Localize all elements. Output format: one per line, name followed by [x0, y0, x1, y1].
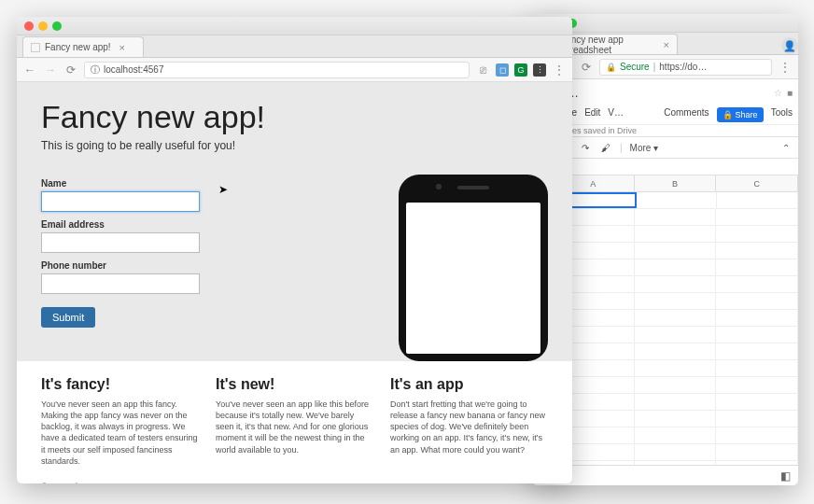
menu-icon[interactable]: ⋮ [552, 63, 567, 77]
lock-icon: 🔒 [606, 63, 616, 72]
redo-icon[interactable]: ↷ [579, 141, 592, 154]
cell[interactable] [635, 377, 717, 393]
chrome-addrbar: ← → ⟳ ⓘ localhost:4567 ⎚ ◻ G ⋮ ⋮ [17, 58, 572, 82]
cell[interactable] [716, 293, 798, 309]
url-text: https://do… [659, 62, 707, 72]
cell[interactable] [716, 444, 798, 460]
cell[interactable] [635, 276, 717, 292]
signup-form: Name Email address Phone number Submit [41, 165, 380, 361]
menu-view[interactable]: V… [608, 107, 624, 122]
menu-edit[interactable]: Edit [584, 107, 600, 122]
cell[interactable] [635, 209, 717, 225]
back-icon[interactable]: ← [22, 63, 37, 77]
feature-body: You've never seen an app like this befor… [216, 399, 373, 455]
page-content: Fancy new app! This is going to be reall… [17, 82, 572, 483]
phone-input[interactable] [41, 273, 200, 294]
cell[interactable] [716, 243, 798, 259]
cell[interactable] [635, 226, 717, 242]
extension-icon[interactable]: ⋮ [533, 63, 546, 77]
tab-title: Fancy new app spreadsheet [560, 35, 655, 55]
cell[interactable] [716, 360, 798, 376]
cell[interactable] [635, 243, 717, 259]
cell[interactable] [716, 377, 798, 393]
cell[interactable] [635, 343, 717, 359]
phone-mockup [399, 175, 548, 361]
page-favicon-icon [31, 43, 40, 52]
forward-icon[interactable]: → [43, 63, 58, 77]
cell[interactable] [716, 209, 798, 225]
browser-tab[interactable]: Fancy new app! × [22, 36, 144, 57]
cell[interactable] [635, 444, 717, 460]
menu-tools[interactable]: Tools [771, 107, 793, 122]
doc-name[interactable]: F… [559, 86, 769, 100]
menu-icon[interactable]: ⋮ [778, 60, 793, 75]
chrome-window: Fancy new app! × ← → ⟳ ⓘ localhost:4567 … [17, 17, 572, 483]
cell[interactable] [635, 360, 717, 376]
submit-button[interactable]: Submit [41, 307, 95, 328]
comments-button[interactable]: Comments [664, 107, 709, 122]
name-label: Name [41, 178, 380, 189]
feature-title: It's an app [390, 376, 548, 393]
cell[interactable] [716, 343, 798, 359]
cell[interactable] [635, 411, 717, 427]
toolbar-more[interactable]: More ▾ [630, 143, 659, 153]
cell[interactable] [635, 427, 717, 443]
close-tab-icon[interactable]: × [664, 39, 669, 50]
feature-title: It's fancy! [41, 376, 199, 393]
sheets-menus: File Edit V… Comments 🔒Share Tools [538, 107, 793, 122]
url-text: localhost:4567 [104, 64, 164, 75]
cell[interactable] [716, 394, 798, 410]
features-section: It's fancy! You've never seen an app thi… [17, 361, 572, 478]
cell[interactable] [635, 293, 717, 309]
address-input[interactable]: 🔒 Secure | https://do… [599, 59, 772, 76]
col-header-b[interactable]: B [635, 175, 717, 191]
cell[interactable] [716, 310, 798, 326]
reload-icon[interactable]: ⟳ [63, 63, 78, 77]
folder-icon[interactable]: ■ [787, 88, 793, 98]
reload-icon[interactable]: ⟳ [579, 60, 594, 75]
cell[interactable] [637, 192, 718, 208]
feature-title: It's new! [216, 376, 373, 393]
hero-section: Fancy new app! This is going to be reall… [17, 82, 572, 165]
paint-icon[interactable]: 🖌 [599, 141, 612, 154]
chrome-tabbar: Fancy new app! × [17, 35, 572, 58]
chrome-titlebar[interactable] [17, 17, 572, 35]
close-tab-icon[interactable]: × [119, 42, 125, 53]
cast-icon[interactable]: ⎚ [475, 63, 490, 77]
cell[interactable] [635, 394, 717, 410]
page-subtitle: This is going to be really useful for yo… [41, 139, 548, 152]
name-input[interactable] [41, 191, 200, 212]
cell[interactable] [716, 427, 798, 443]
cell[interactable] [635, 259, 717, 275]
star-icon[interactable]: ☆ [774, 88, 782, 98]
share-button[interactable]: 🔒Share [717, 107, 764, 122]
maximize-icon[interactable] [52, 21, 62, 31]
cell[interactable] [716, 327, 798, 343]
cell[interactable] [716, 411, 798, 427]
page-footer: © 2017 The Fancy New App Company, Inc. [17, 478, 572, 483]
cell[interactable] [716, 276, 798, 292]
feature-body: You've never seen an app this fancy. Mak… [41, 399, 199, 467]
extension-icon[interactable]: G [514, 63, 527, 77]
explore-icon[interactable]: ◧ [780, 469, 791, 483]
profile-icon[interactable]: 👤 [781, 37, 798, 54]
collapse-icon[interactable]: ⌃ [779, 141, 793, 154]
feature-col: It's an app Don't start fretting that we… [390, 376, 548, 467]
lock-white-icon: 🔒 [723, 110, 733, 119]
col-header-c[interactable]: C [716, 175, 798, 191]
cell[interactable] [717, 192, 798, 208]
close-icon[interactable] [24, 21, 34, 31]
feature-col: It's fancy! You've never seen an app thi… [41, 376, 199, 467]
cell[interactable] [635, 310, 717, 326]
cell[interactable] [716, 226, 798, 242]
address-input[interactable]: ⓘ localhost:4567 [84, 62, 470, 78]
cell[interactable] [635, 327, 717, 343]
info-icon[interactable]: ⓘ [91, 63, 100, 77]
phone-label: Phone number [41, 260, 380, 271]
secure-label: Secure [620, 62, 650, 72]
cell[interactable] [716, 259, 798, 275]
minimize-icon[interactable] [38, 21, 48, 31]
extension-icon[interactable]: ◻ [496, 63, 509, 77]
email-input[interactable] [41, 232, 200, 253]
tab-title: Fancy new app! [45, 42, 111, 52]
